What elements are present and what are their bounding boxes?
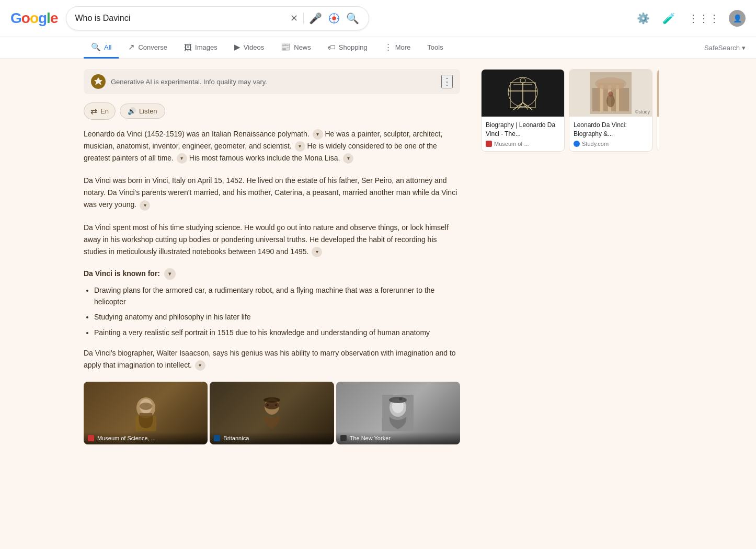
expand-biographer-chevron[interactable]: ▾ [195, 360, 205, 371]
list-item: Studying anatomy and philosophy in his l… [94, 312, 460, 323]
bottom-image-overlay-2: Britannica [210, 432, 334, 444]
translate-icon: ⇄ [90, 106, 97, 116]
expand-description-chevron[interactable]: ▾ [295, 141, 305, 152]
studycom-site-favicon [574, 141, 580, 147]
source-cards-row: Biography | Leonardo Da Vinci - The... M… [481, 69, 659, 152]
bottom-image-britannica[interactable]: Britannica [210, 382, 334, 444]
biographer-text: Da Vinci's biographer, Walter Isaacson, … [84, 347, 460, 371]
clear-search-button[interactable]: ✕ [289, 12, 299, 25]
bottom-images: Museum of Science, ... [84, 382, 460, 444]
svg-point-11 [264, 397, 280, 403]
converse-icon: ↗ [128, 42, 135, 52]
expand-paragraph1-chevron[interactable]: ▾ [313, 129, 323, 140]
safesearch-toggle[interactable]: SafeSearch ▾ [704, 44, 746, 52]
bottom-image-newyorker[interactable]: The New Yorker [336, 382, 460, 444]
tab-more[interactable]: ⋮ More [377, 37, 418, 59]
svg-point-10 [275, 404, 277, 406]
museum-favicon [88, 435, 94, 441]
search-input[interactable] [75, 14, 284, 23]
britannica-source-name: Britannica [223, 435, 249, 441]
google-logo[interactable]: Google [10, 10, 58, 27]
voice-search-button[interactable]: 🎤 [308, 11, 323, 26]
ai-paragraph-3: Da Vinci spent most of his time studying… [84, 222, 460, 258]
source-card-info-edinformatics: Leonardo Da Vinci - Edinformatics Edinfo… [657, 117, 659, 151]
lab-button[interactable]: 🧪 [659, 9, 679, 28]
header: Google ✕ 🎤 🔍 ⚙️ 🧪 ⋮⋮⋮ 👤 [0, 0, 756, 37]
shopping-icon: 🏷 [328, 43, 336, 52]
museum-site-favicon [486, 141, 492, 147]
more-icon: ⋮ [384, 42, 392, 52]
nav-tabs: 🔍 All ↗ Converse 🖼 Images ▶ Videos 📰 New… [0, 37, 756, 59]
listen-button[interactable]: 🔊 Listen [120, 104, 165, 119]
source-card-site-studycom: Study.com [574, 141, 648, 147]
newyorker-source-name: The New Yorker [350, 435, 391, 441]
tab-converse[interactable]: ↗ Converse [121, 37, 175, 59]
ai-panel: Generative AI is experimental. Info qual… [84, 69, 460, 540]
known-for-toggle-chevron[interactable]: ▾ [164, 268, 176, 280]
ai-paragraph-2: Da Vinci was born in Vinci, Italy on Apr… [84, 175, 460, 211]
svg-rect-31 [600, 85, 603, 111]
source-card-edinformatics[interactable]: Leonardo Da Vinci - Edinformatics Edinfo… [657, 69, 659, 152]
videos-icon: ▶ [234, 42, 240, 52]
bottom-image-museum[interactable]: Museum of Science, ... [84, 382, 208, 444]
expand-born-chevron[interactable]: ▾ [140, 200, 150, 211]
list-item: Drawing plans for the armored car, a rud… [94, 285, 460, 307]
tab-news[interactable]: 📰 News [273, 37, 318, 59]
main-content: Generative AI is experimental. Info qual… [0, 59, 756, 549]
apps-button[interactable]: ⋮⋮⋮ [685, 9, 723, 28]
ai-paragraph-1: Leonardo da Vinci (1452-1519) was an Ita… [84, 128, 460, 164]
ai-options-button[interactable]: ⋮ [441, 75, 453, 88]
edinformatics-image [657, 70, 659, 117]
svg-point-1 [333, 16, 336, 20]
source-card-site-museum: Museum of ... [486, 141, 560, 147]
search-icon: 🔍 [91, 42, 101, 52]
known-for-list: Drawing plans for the armored car, a rud… [94, 285, 460, 339]
tab-all[interactable]: 🔍 All [84, 37, 119, 59]
expand-science-chevron[interactable]: ▾ [312, 247, 322, 257]
speaker-icon: 🔊 [128, 107, 136, 115]
tab-images[interactable]: 🖼 Images [177, 38, 225, 59]
avatar[interactable]: 👤 [729, 10, 746, 27]
source-card-title-studycom: Leonardo Da Vinci: Biography &... [574, 121, 648, 139]
images-icon: 🖼 [184, 43, 192, 52]
svg-point-34 [595, 77, 626, 90]
britannica-favicon [214, 435, 220, 441]
vitruvian-image [482, 70, 564, 117]
source-card-title-museum: Biography | Leonardo Da Vinci - The... [486, 121, 560, 139]
list-item: Painting a very realistic self portrait … [94, 327, 460, 339]
tab-tools[interactable]: Tools [420, 38, 450, 58]
chevron-down-icon: ▾ [742, 44, 746, 52]
header-right: ⚙️ 🧪 ⋮⋮⋮ 👤 [634, 9, 746, 28]
search-submit-button[interactable]: 🔍 [345, 11, 360, 26]
known-for-heading: Da Vinci is known for: ▾ [84, 268, 460, 280]
source-card-museum[interactable]: Biography | Leonardo Da Vinci - The... M… [481, 69, 565, 152]
expand-monalisa-chevron[interactable]: ▾ [343, 153, 353, 164]
svg-point-6 [140, 403, 152, 410]
translate-button[interactable]: ⇄ En [84, 102, 116, 120]
lens-search-button[interactable] [327, 12, 341, 25]
search-bar: ✕ 🎤 🔍 [66, 6, 369, 30]
newyorker-favicon [340, 435, 347, 441]
sources-panel: Biography | Leonardo Da Vinci - The... M… [481, 69, 659, 540]
museum-source-name: Museum of Science, ... [97, 435, 156, 441]
svg-point-15 [389, 397, 407, 403]
bottom-image-overlay-1: Museum of Science, ... [84, 432, 208, 444]
source-card-info-museum: Biography | Leonardo Da Vinci - The... M… [482, 117, 564, 151]
bottom-image-overlay-3: The New Yorker [336, 432, 460, 444]
source-card-studycom[interactable]: ©study Leonardo Da Vinci: Biography &...… [569, 69, 652, 152]
studycom-watermark: ©study [635, 109, 650, 115]
expand-greatest-chevron[interactable]: ▾ [177, 153, 187, 164]
svg-point-36 [608, 92, 613, 97]
settings-button[interactable]: ⚙️ [634, 9, 653, 28]
language-controls: ⇄ En 🔊 Listen [84, 102, 460, 120]
studycom-image: ©study [569, 70, 652, 117]
ai-header-banner: Generative AI is experimental. Info qual… [84, 69, 460, 94]
search-icons: ✕ 🎤 🔍 [289, 11, 360, 26]
source-card-info-studycom: Leonardo Da Vinci: Biography &... Study.… [569, 117, 652, 151]
tab-videos[interactable]: ▶ Videos [227, 37, 272, 59]
svg-point-16 [399, 397, 402, 401]
tab-shopping[interactable]: 🏷 Shopping [320, 38, 375, 59]
news-icon: 📰 [281, 42, 291, 52]
svg-point-9 [267, 404, 269, 406]
ai-experimental-label: Generative AI is experimental. Info qual… [111, 78, 267, 86]
